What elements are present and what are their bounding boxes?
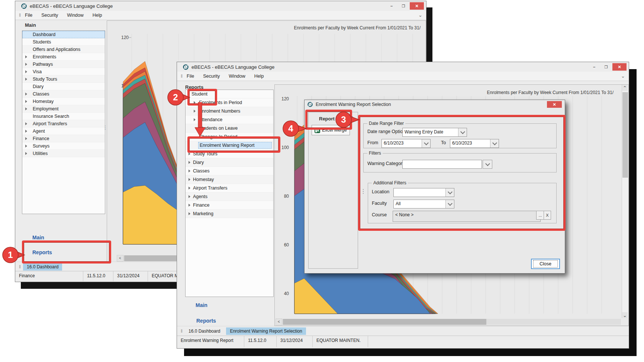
annotation-box-warning-report <box>187 136 280 153</box>
expand-arrow-icon[interactable] <box>25 55 27 58</box>
sidebar-item-utilities[interactable]: Utilities <box>22 150 105 157</box>
sidebar-item-employment[interactable]: Employment <box>22 105 105 113</box>
minimize-button[interactable] <box>589 63 600 71</box>
menu-grip-icon <box>19 13 21 18</box>
tree-item-marketing[interactable]: Marketing <box>186 210 273 218</box>
menu-window[interactable]: Window <box>229 74 245 79</box>
tree-item-airport-transfers[interactable]: Airport Transfers <box>186 184 273 193</box>
expand-arrow-icon[interactable] <box>189 169 190 172</box>
scroll-up-button[interactable] <box>622 85 628 91</box>
expand-arrow-icon[interactable] <box>25 107 27 110</box>
sidebar-item-finance[interactable]: Finance <box>22 135 105 142</box>
menu-security[interactable]: Security <box>203 74 220 79</box>
annotation-box-filters <box>358 115 566 231</box>
nav-section-reports[interactable]: Reports <box>196 318 216 324</box>
expand-arrow-icon[interactable] <box>189 212 190 215</box>
close-label: Close <box>534 261 557 267</box>
status-version: 11.5.12.0 <box>83 271 113 281</box>
nav-section-main[interactable]: Main <box>32 235 44 240</box>
minimize-button[interactable] <box>386 2 397 10</box>
sidebar-item-surveys[interactable]: Surveys <box>22 142 105 150</box>
expand-arrow-icon[interactable] <box>189 161 190 164</box>
expand-arrow-icon[interactable] <box>25 130 27 133</box>
tree-item-agents[interactable]: Agents <box>186 193 273 201</box>
menu-file[interactable]: File <box>187 74 194 79</box>
expand-arrow-icon[interactable] <box>25 100 27 103</box>
sidebar-item-diary[interactable]: Diary <box>22 83 105 90</box>
back-menubar: File Security Window Help <box>15 11 426 20</box>
expand-arrow-icon[interactable] <box>25 145 27 148</box>
menu-help[interactable]: Help <box>254 74 264 79</box>
tree-item-diary[interactable]: Diary <box>186 158 273 167</box>
sidebar-item-homestay[interactable]: Homestay <box>22 98 105 105</box>
callout-2: 2 <box>167 88 192 106</box>
sidebar-item-visa[interactable]: Visa <box>22 68 105 75</box>
expand-arrow-icon[interactable] <box>25 78 27 81</box>
tab-dashboard[interactable]: 16.0 Dashboard <box>23 263 62 271</box>
expand-arrow-icon[interactable] <box>189 187 190 190</box>
main-sidebar: Dashboard Students Offers and Applicatio… <box>22 30 105 214</box>
scroll-up-icon <box>623 85 627 91</box>
sidebar-item-pathways[interactable]: Pathways <box>22 61 105 68</box>
scroll-thumb[interactable] <box>283 319 486 325</box>
sidebar-item-dashboard[interactable]: Dashboard <box>22 31 105 38</box>
sidebar-item-offers-applications[interactable]: Offers and Applications <box>22 46 105 53</box>
scroll-left-icon <box>278 320 280 324</box>
close-icon <box>618 65 621 70</box>
menu-grip-icon <box>181 74 183 79</box>
expand-arrow-icon[interactable] <box>25 152 27 155</box>
status-version: 11.5.12.0 <box>244 336 277 347</box>
chart-vscrollbar[interactable] <box>622 85 628 318</box>
expand-arrow-icon[interactable] <box>25 122 27 125</box>
expand-arrow-icon[interactable] <box>189 195 190 198</box>
close-button[interactable] <box>612 63 627 71</box>
menu-file[interactable]: File <box>25 13 32 18</box>
sidebar-item-enrolments[interactable]: Enrolments <box>22 53 105 61</box>
scroll-left-button[interactable] <box>276 319 282 325</box>
expand-arrow-icon[interactable] <box>189 152 190 155</box>
expand-arrow-icon[interactable] <box>25 63 27 66</box>
sidebar-item-agent[interactable]: Agent <box>22 127 105 135</box>
menu-security[interactable]: Security <box>41 13 58 18</box>
front-tabbar: 16.0 Dashboard Enrolment Warning Report … <box>177 326 629 336</box>
sidebar-item-classes[interactable]: Classes <box>22 90 105 98</box>
menu-window[interactable]: Window <box>67 13 83 18</box>
maximize-button[interactable] <box>398 2 409 10</box>
scroll-left-icon <box>119 256 121 260</box>
dialog-close-button[interactable] <box>547 101 562 108</box>
scroll-down-button[interactable] <box>622 312 628 318</box>
scroll-track[interactable] <box>282 319 621 325</box>
expand-arrow-icon[interactable] <box>25 137 27 140</box>
close-button[interactable] <box>410 2 424 10</box>
close-dialog-button[interactable]: Close <box>531 259 560 269</box>
tab-dashboard[interactable]: 16.0 Dashboard <box>185 327 224 335</box>
app-icon <box>307 102 313 107</box>
sidebar-header: Main <box>25 22 36 28</box>
menu-help[interactable]: Help <box>93 13 102 18</box>
scroll-left-button[interactable] <box>117 255 123 262</box>
callout-1: 1 <box>1 246 27 264</box>
expand-arrow-icon[interactable] <box>25 93 27 96</box>
callout-1-number: 1 <box>8 250 13 260</box>
tab-enrolment-warning[interactable]: Enrolment Warning Report Selection <box>226 327 306 335</box>
sidebar-item-insurance-search[interactable]: Insurance Search <box>22 113 105 120</box>
nav-section-main[interactable]: Main <box>196 302 207 308</box>
sidebar-item-study-tours[interactable]: Study Tours <box>22 75 105 83</box>
sidebar-item-students[interactable]: Students <box>22 38 105 46</box>
annotation-box-reports <box>22 240 111 264</box>
menu-overflow-icon[interactable] <box>621 73 625 79</box>
sidebar-item-airport-transfers[interactable]: Airport Transfers <box>22 120 105 127</box>
chart-hscrollbar[interactable] <box>276 319 621 325</box>
maximize-button[interactable] <box>600 63 612 71</box>
scroll-thumb[interactable] <box>622 92 628 178</box>
tree-item-finance[interactable]: Finance <box>186 201 273 210</box>
expand-arrow-icon[interactable] <box>189 178 190 181</box>
expand-arrow-icon[interactable] <box>25 70 27 73</box>
callout-3: 3 <box>335 111 360 129</box>
menu-overflow-icon[interactable] <box>418 12 422 18</box>
expand-arrow-icon[interactable] <box>189 204 190 207</box>
report-panel: Report Excel Merge <box>308 112 358 269</box>
tree-item-homestay[interactable]: Homestay <box>186 175 273 184</box>
window-title: eBECAS - eBECAS Language College <box>30 3 113 9</box>
tree-item-classes[interactable]: Classes <box>186 167 273 175</box>
